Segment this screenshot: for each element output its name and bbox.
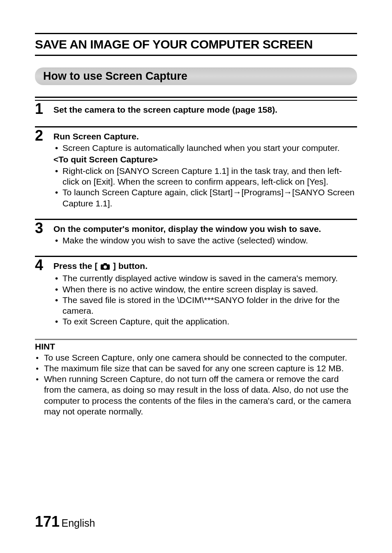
page-title: SAVE AN IMAGE OF YOUR COMPUTER SCREEN xyxy=(35,33,357,56)
hint-divider xyxy=(35,339,357,340)
sub-heading: <To quit Screen Capture> xyxy=(53,154,357,165)
step-2: 2 Run Screen Capture. Screen Capture is … xyxy=(35,129,357,209)
bullet-item: To launch Screen Capture again, click [S… xyxy=(53,187,357,209)
bullet-item: Screen Capture is automatically launched… xyxy=(53,143,357,153)
bullet-item: When there is no active window, the enti… xyxy=(53,284,357,295)
page-number: 171 xyxy=(35,513,60,530)
page-footer: 171 English xyxy=(35,513,95,530)
svg-rect-1 xyxy=(104,263,107,265)
bullet-item: The currently displayed active window is… xyxy=(53,273,357,284)
hint-list: To use Screen Capture, only one camera s… xyxy=(35,352,357,417)
svg-point-2 xyxy=(104,266,107,269)
bullet-item: The saved file is stored in the \DCIM\**… xyxy=(53,295,357,317)
step-1: 1 Set the camera to the screen capture m… xyxy=(35,102,357,116)
bullet-item: Right-click on [SANYO Screen Capture 1.1… xyxy=(53,166,357,187)
step-number: 1 xyxy=(35,102,53,116)
step-title-post: ] button. xyxy=(111,261,148,271)
step-title-pre: Press the [ xyxy=(53,261,100,271)
step-number: 3 xyxy=(35,221,53,236)
section-header: How to use Screen Capture xyxy=(35,67,357,85)
divider xyxy=(35,126,357,127)
hint-item: When running Screen Capture, do not turn… xyxy=(35,374,357,417)
bullet-item: To exit Screen Capture, quit the applica… xyxy=(53,316,357,327)
step-3: 3 On the computer's monitor, display the… xyxy=(35,222,357,246)
step-title: Run Screen Capture. xyxy=(53,131,357,142)
step-number: 2 xyxy=(35,128,53,143)
divider xyxy=(35,256,357,257)
hint-item: The maximum file size that can be saved … xyxy=(35,363,357,374)
step-4: 4 Press the [ ] button. The currently di… xyxy=(35,259,357,327)
divider xyxy=(35,219,357,220)
step-title: On the computer's monitor, display the w… xyxy=(53,223,357,234)
hint-item: To use Screen Capture, only one camera s… xyxy=(35,352,357,363)
hint-title: HINT xyxy=(35,342,357,352)
step-title: Press the [ ] button. xyxy=(53,260,357,272)
language-label: English xyxy=(62,517,95,529)
divider xyxy=(35,97,357,101)
bullet-item: Make the window you wish to save the act… xyxy=(53,235,357,246)
camera-icon xyxy=(101,261,110,272)
step-number: 4 xyxy=(35,258,53,273)
step-title: Set the camera to the screen capture mod… xyxy=(53,104,357,115)
